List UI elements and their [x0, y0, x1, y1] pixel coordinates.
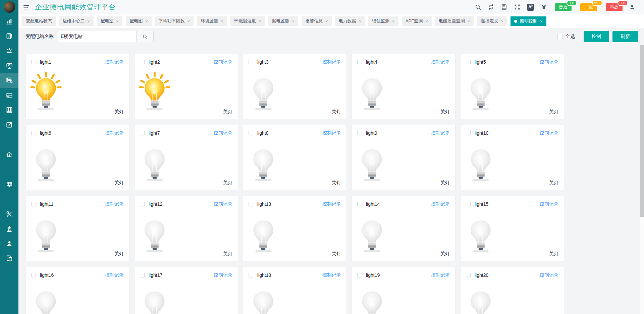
turn-off-action[interactable]: 关灯	[223, 109, 232, 115]
fullscreen-button[interactable]	[514, 4, 521, 10]
control-record-link[interactable]: 控制记录	[105, 59, 124, 65]
turn-off-action[interactable]: 关灯	[440, 180, 450, 186]
light-checkbox[interactable]	[140, 273, 145, 277]
control-record-link[interactable]: 控制记录	[214, 201, 232, 207]
light-checkbox[interactable]	[466, 202, 471, 206]
tab-item[interactable]: 环境监测 ×	[197, 16, 227, 26]
turn-off-action[interactable]: 关灯	[223, 180, 232, 186]
light-checkbox[interactable]	[249, 273, 253, 277]
sidebar-item-device-control[interactable]	[0, 73, 18, 88]
tab-item[interactable]: 照明控制 ×	[511, 16, 546, 26]
turn-off-action[interactable]: 关灯	[114, 109, 124, 115]
tab-close-icon[interactable]: ×	[359, 19, 362, 23]
language-switch-button[interactable]: A 文	[527, 4, 534, 11]
tab-item[interactable]: APF监测 ×	[402, 16, 432, 26]
turn-off-action[interactable]: 关灯	[440, 251, 450, 257]
tab-close-icon[interactable]: ×	[540, 19, 543, 23]
theme-button[interactable]	[540, 4, 547, 10]
refresh-button[interactable]	[488, 4, 494, 10]
tab-item[interactable]: 报警信息 ×	[302, 16, 332, 26]
light-checkbox[interactable]	[357, 131, 362, 135]
turn-off-action[interactable]: 关灯	[549, 251, 558, 257]
tab-close-icon[interactable]: ×	[221, 19, 223, 23]
sidebar-item-power-grid[interactable]	[0, 222, 18, 236]
turn-off-action[interactable]: 关灯	[332, 109, 341, 115]
control-record-link[interactable]: 控制记录	[322, 201, 341, 207]
sidebar-item-data-entry[interactable]	[0, 117, 18, 132]
light-checkbox[interactable]	[249, 60, 253, 64]
station-name-input[interactable]	[57, 31, 136, 42]
control-record-link[interactable]: 控制记录	[540, 272, 558, 278]
sidebar-item-archives[interactable]	[0, 103, 18, 117]
sidebar-item-solar[interactable]	[0, 177, 18, 192]
control-record-link[interactable]: 控制记录	[322, 130, 341, 136]
turn-off-action[interactable]: 关灯	[332, 251, 341, 257]
control-record-link[interactable]: 控制记录	[431, 130, 450, 136]
control-record-link[interactable]: 控制记录	[214, 272, 232, 278]
turn-off-action[interactable]: 关灯	[114, 251, 124, 257]
tab-item[interactable]: 运维中心二 ×	[59, 16, 94, 26]
light-checkbox[interactable]	[357, 202, 362, 206]
light-checkbox[interactable]	[466, 131, 471, 135]
sidebar-item-home-energy[interactable]	[0, 147, 18, 162]
light-checkbox[interactable]	[466, 273, 471, 277]
control-record-link[interactable]: 控制记录	[431, 201, 450, 207]
turn-off-action[interactable]: 关灯	[549, 180, 558, 186]
tab-item[interactable]: 配电图 ×	[126, 16, 152, 26]
turn-off-action[interactable]: 关灯	[114, 180, 124, 186]
alarm-status-button[interactable]: 普通 99+	[555, 3, 572, 11]
tab-close-icon[interactable]: ×	[468, 19, 470, 23]
sidebar-item-reports[interactable]	[0, 29, 18, 44]
tab-item[interactable]: 环境温湿度 ×	[230, 16, 265, 26]
tab-close-icon[interactable]: ×	[425, 19, 428, 23]
user-profile-button[interactable]	[629, 4, 636, 10]
alarm-status-button[interactable]: 事故 99+	[606, 3, 623, 11]
turn-off-action[interactable]: 关灯	[223, 251, 232, 257]
sidebar-item-tools[interactable]	[0, 207, 18, 222]
light-checkbox[interactable]	[140, 202, 145, 206]
turn-off-action[interactable]: 关灯	[440, 109, 450, 115]
tab-item[interactable]: 平均功率因数 ×	[155, 16, 194, 26]
light-checkbox[interactable]	[140, 131, 145, 135]
sidebar-item-monitoring[interactable]	[0, 58, 18, 73]
alarm-status-button[interactable]: 严重 99+	[580, 3, 597, 11]
tab-item[interactable]: 电能质量监测 ×	[435, 16, 474, 26]
light-checkbox[interactable]	[140, 60, 145, 64]
control-record-link[interactable]: 控制记录	[105, 272, 124, 278]
light-checkbox[interactable]	[466, 60, 471, 64]
control-record-link[interactable]: 控制记录	[105, 130, 124, 136]
logo[interactable]	[0, 0, 18, 14]
sidebar-item-documents[interactable]	[0, 251, 18, 266]
control-record-link[interactable]: 控制记录	[322, 59, 341, 65]
tab-close-icon[interactable]: ×	[392, 19, 395, 23]
turn-off-action[interactable]: 关灯	[332, 180, 341, 186]
sidebar-item-alarms[interactable]	[0, 44, 18, 58]
vertical-scrollbar-thumb[interactable]	[640, 45, 644, 217]
control-record-link[interactable]: 控制记录	[540, 201, 558, 207]
tab-item[interactable]: 电力数据 ×	[335, 16, 365, 26]
light-checkbox[interactable]	[249, 202, 253, 206]
tab-item[interactable]: 遥控定义 ×	[477, 16, 507, 26]
light-checkbox[interactable]	[357, 273, 362, 277]
collapse-menu-button[interactable]	[23, 4, 30, 11]
sidebar-item-users[interactable]	[0, 236, 18, 251]
search-button[interactable]	[475, 4, 481, 10]
tab-close-icon[interactable]: ×	[145, 19, 148, 23]
light-checkbox[interactable]	[31, 60, 36, 64]
control-record-link[interactable]: 控制记录	[431, 272, 450, 278]
light-checkbox[interactable]	[249, 131, 253, 135]
tab-close-icon[interactable]: ×	[292, 19, 295, 23]
turn-off-action[interactable]: 关灯	[549, 109, 558, 115]
light-checkbox[interactable]	[31, 273, 36, 277]
control-record-link[interactable]: 控制记录	[540, 59, 558, 65]
tab-close-icon[interactable]: ×	[116, 19, 119, 23]
tab-close-icon[interactable]: ×	[501, 19, 503, 23]
tab-item[interactable]: 变配电站状态 ×	[22, 16, 56, 26]
tab-item[interactable]: 谐波监测 ×	[368, 16, 398, 26]
control-record-link[interactable]: 控制记录	[105, 201, 124, 207]
tab-item[interactable]: 配电室 ×	[97, 16, 123, 26]
control-button[interactable]: 控制	[584, 31, 609, 42]
station-search-button[interactable]	[136, 31, 154, 42]
refresh-list-button[interactable]: 刷新	[612, 31, 638, 42]
control-record-link[interactable]: 控制记录	[322, 272, 341, 278]
